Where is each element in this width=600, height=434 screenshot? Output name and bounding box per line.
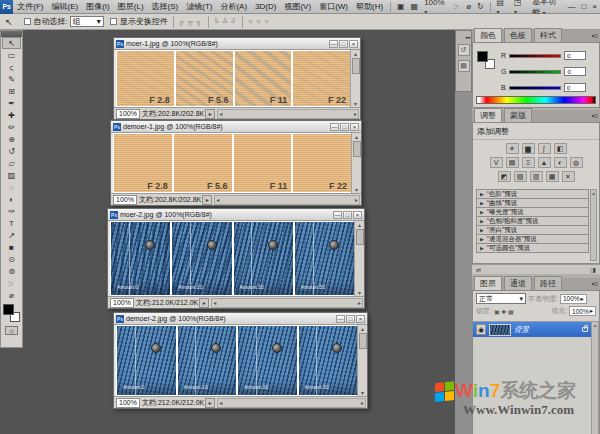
green-slider[interactable] (509, 70, 561, 74)
layer-thumbnail[interactable] (489, 324, 511, 336)
lock-icons[interactable]: ▣ ✚ ▦ (494, 308, 514, 315)
menu-view[interactable]: 视图(V) (280, 1, 315, 12)
gradient-tool[interactable]: ▨ (2, 169, 21, 181)
status-proxy-button[interactable]: ▸ (202, 195, 212, 205)
close-button[interactable]: × (589, 2, 600, 11)
dodge-tool[interactable]: ◐ (2, 193, 21, 205)
fill-field[interactable]: 100%▸ (569, 306, 596, 316)
window-title-bar[interactable]: Ps moer-1.jpg @ 100%(RGB/8#) — □ × (114, 38, 360, 50)
path-select-tool[interactable]: ↗ (2, 229, 21, 241)
zoom-percent-field[interactable]: 100% (116, 398, 140, 408)
posterize-icon[interactable]: ▧ (514, 171, 527, 182)
close-button[interactable]: × (350, 123, 359, 131)
lasso-tool[interactable]: ς (2, 61, 21, 73)
expanded-view-icon[interactable]: ◨ (590, 266, 596, 273)
menu-layer[interactable]: 图层(L) (114, 1, 148, 12)
launch-bridge-icon[interactable]: ▣ (394, 2, 408, 11)
curves-icon[interactable]: ∫ (538, 143, 551, 154)
window-title-bar[interactable]: Ps demoer-1.jpg @ 100%(RGB/8#) — □ × (111, 121, 361, 133)
shape-tool[interactable]: ■ (2, 241, 21, 253)
window-title-bar[interactable]: Ps moer-2.jpg @ 100%(RGB/8#) — □ × (108, 209, 364, 221)
zoom-percent-field[interactable]: 100% (113, 195, 137, 205)
zoom-tool[interactable]: ⌀ (2, 289, 21, 301)
vertical-scrollbar[interactable]: ▴▾ (354, 221, 364, 296)
brightness-contrast-icon[interactable]: ☀ (506, 143, 519, 154)
vertical-scrollbar[interactable]: ▴▾ (351, 133, 361, 193)
red-slider[interactable] (509, 54, 561, 58)
document-window-demoer-2[interactable]: Ps demoer-2.jpg @ 100%(RGB/8#) — □ × Amo… (113, 312, 368, 409)
scroll-thumb[interactable] (352, 58, 360, 74)
blue-slider[interactable] (509, 86, 561, 90)
preset-selective-color[interactable]: ▶“可选颜色”预设 (476, 243, 589, 253)
pen-tool[interactable]: ✑ (2, 205, 21, 217)
close-button[interactable]: × (349, 40, 358, 48)
menu-analysis[interactable]: 分析(A) (216, 1, 251, 12)
crop-tool[interactable]: ⊞ (2, 85, 21, 97)
background-layer-row[interactable]: ◉ 背景 (473, 322, 591, 337)
channel-mixer-icon[interactable]: ◍ (570, 157, 583, 168)
clone-stamp-tool[interactable]: ⊕ (2, 133, 21, 145)
tab-swatches[interactable]: 色板 (504, 28, 532, 42)
type-tool[interactable]: T (2, 217, 21, 229)
tab-layers[interactable]: 图层 (474, 276, 502, 290)
minimize-button[interactable]: — (329, 40, 338, 48)
close-button[interactable]: × (353, 211, 362, 219)
zoom-tool-icon[interactable]: ⌀ (463, 2, 474, 11)
auto-select-checkbox[interactable] (24, 18, 31, 25)
restore-button[interactable]: □ (343, 211, 352, 219)
restore-button[interactable]: □ (578, 2, 589, 11)
3d-rotate-tool[interactable]: ⊙ (2, 253, 21, 265)
exposure-icon[interactable]: ◧ (554, 143, 567, 154)
status-proxy-button[interactable]: ▸ (205, 109, 215, 119)
horizontal-scrollbar[interactable]: ◂▸ (211, 298, 363, 308)
menu-select[interactable]: 选择(S) (148, 1, 183, 12)
hue-saturation-icon[interactable]: ▤ (506, 157, 519, 168)
minimize-button[interactable]: — (330, 123, 339, 131)
restore-button[interactable]: □ (339, 40, 348, 48)
eraser-tool[interactable]: ▱ (2, 157, 21, 169)
visibility-eye-icon[interactable]: ◉ (476, 324, 486, 335)
tab-paths[interactable]: 路径 (534, 276, 562, 290)
minimize-button[interactable]: — (336, 315, 345, 323)
opacity-field[interactable]: 100%▸ (560, 294, 587, 304)
minimize-button[interactable]: — (333, 211, 342, 219)
collapsed-panel-icon[interactable]: ▤ (458, 60, 470, 72)
tab-masks[interactable]: 蒙版 (504, 108, 532, 122)
tab-channels[interactable]: 通道 (504, 276, 532, 290)
scroll-thumb[interactable] (353, 141, 361, 157)
menu-filter[interactable]: 滤镜(T) (182, 1, 216, 12)
panel-menu-icon[interactable]: ▾≡ (591, 32, 598, 39)
panel-menu-icon[interactable]: ▾≡ (591, 280, 598, 287)
marquee-tool[interactable]: ▭ (2, 49, 21, 61)
panel-menu-icon[interactable]: ▾≡ (591, 112, 598, 119)
vibrance-icon[interactable]: V (490, 157, 503, 168)
menu-file[interactable]: 文件(F) (13, 1, 47, 12)
horizontal-scrollbar[interactable]: ◂▸ (217, 109, 359, 119)
invert-icon[interactable]: ◩ (498, 171, 511, 182)
move-tool[interactable]: ↖ (2, 37, 21, 49)
document-window-demoer-1[interactable]: Ps demoer-1.jpg @ 100%(RGB/8#) — □ × F 2… (110, 120, 362, 206)
color-spectrum-ramp[interactable] (476, 96, 596, 104)
green-value-field[interactable]: 0 (564, 67, 586, 76)
menu-window[interactable]: 窗口(W) (315, 1, 352, 12)
vertical-scrollbar[interactable]: ▴▾ (357, 325, 367, 396)
scroll-thumb[interactable] (359, 333, 367, 349)
restore-button[interactable]: □ (340, 123, 349, 131)
menu-3d[interactable]: 3D(D) (251, 2, 280, 11)
history-brush-tool[interactable]: ↺ (2, 145, 21, 157)
close-button[interactable]: × (356, 315, 365, 323)
tab-adjustments[interactable]: 调整 (474, 108, 502, 122)
healing-brush-tool[interactable]: ✚ (2, 109, 21, 121)
tab-color[interactable]: 颜色 (474, 28, 502, 42)
view-extras-icon[interactable]: ▦ (408, 2, 422, 11)
move-tool-preset-icon[interactable]: ↖ (0, 17, 18, 27)
show-transform-checkbox[interactable] (110, 18, 117, 25)
document-window-moer-2[interactable]: Ps moer-2.jpg @ 100%(RGB/8#) — □ × Amoun… (107, 208, 365, 309)
collapse-panels-icon[interactable]: ◂◂ (465, 34, 470, 40)
status-proxy-button[interactable]: ▸ (199, 298, 209, 308)
threshold-icon[interactable]: ▥ (530, 171, 543, 182)
history-panel-icon[interactable]: ↺ (458, 44, 470, 56)
preset-scrollbar[interactable]: ▴ (590, 189, 597, 261)
brush-tool[interactable]: ✏ (2, 121, 21, 133)
photo-filter-icon[interactable]: ◐ (554, 157, 567, 168)
